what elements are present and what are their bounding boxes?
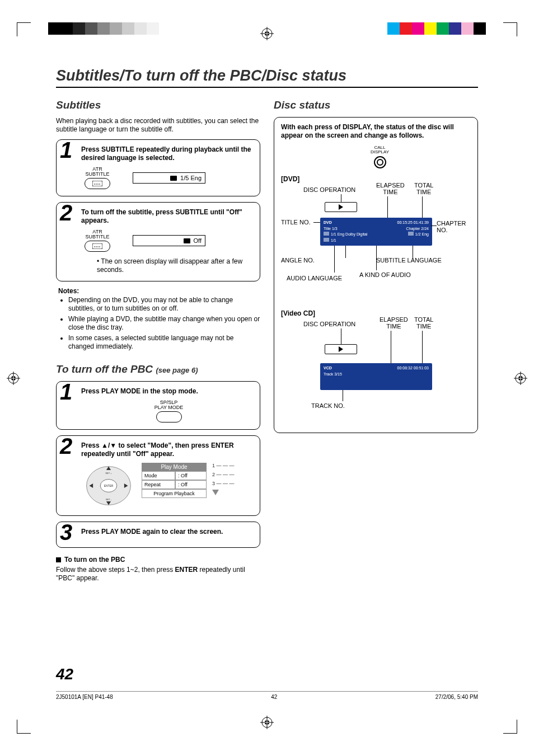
turn-on-pbc-heading: To turn on the PBC bbox=[64, 556, 125, 564]
step-text: Press SUBTITLE repeatedly during playbac… bbox=[81, 145, 253, 162]
step-number: 2 bbox=[60, 435, 72, 457]
notes-heading: Notes: bbox=[58, 287, 260, 295]
vcd-osd-readout: VCD00:08:32 00:51:03 Track 3/15 bbox=[320, 363, 432, 390]
registration-mark-icon bbox=[514, 372, 527, 385]
step-text: Press PLAY MODE in the stop mode. bbox=[81, 387, 253, 396]
turn-on-pbc-section: To turn on the PBC Follow the above step… bbox=[56, 556, 260, 583]
step-note: • The on screen display will disappear a… bbox=[97, 257, 253, 274]
note-item: In some cases, a selected subtitle langu… bbox=[68, 334, 260, 351]
dvd-diagram: DISC OPERATION ELAPSED TIME TOTAL TIME D… bbox=[281, 186, 471, 298]
svg-point-32 bbox=[97, 246, 99, 247]
turn-on-pbc-body: Follow the above steps 1~2, then press E… bbox=[56, 566, 260, 583]
step-text: Press PLAY MODE again to clear the scree… bbox=[81, 528, 253, 536]
step-text: Press ▲/▼ to select "Mode", then press E… bbox=[81, 442, 253, 458]
disc-status-lead: With each press of DISPLAY, the status o… bbox=[281, 123, 471, 140]
note-item: Depending on the DVD, you may not be abl… bbox=[68, 296, 260, 313]
step-number: 3 bbox=[60, 521, 72, 543]
svg-point-31 bbox=[96, 246, 97, 247]
disc-status-heading: Disc status bbox=[274, 99, 478, 111]
scroll-down-icon bbox=[212, 490, 219, 495]
cc-dots-icon bbox=[92, 243, 102, 249]
vcd-subhead: [Video CD] bbox=[281, 309, 471, 317]
vcd-diagram: DISC OPERATION ELAPSED TIME TOTAL TIME V… bbox=[281, 321, 471, 416]
cc-icon bbox=[184, 238, 190, 243]
playmode-osd-panel: Play Mode Mode: Off Repeat: Off Program … bbox=[142, 463, 207, 498]
svg-point-26 bbox=[96, 184, 97, 185]
svg-text:SET -: SET - bbox=[106, 498, 112, 501]
print-footer: 2J50101A [EN] P41-48 42 27/2/06, 5:40 PM bbox=[56, 691, 478, 700]
subtitles-intro: When playing back a disc recorded with s… bbox=[56, 117, 260, 134]
right-column: Disc status With each press of DISPLAY, … bbox=[274, 96, 478, 583]
grayscale-bar bbox=[48, 22, 171, 35]
display-button-icon: CALL DISPLAY bbox=[289, 145, 471, 168]
subtitle-button-icon: ATR SUBTITLE bbox=[85, 167, 110, 189]
osd-subtitle-readout: Off bbox=[133, 235, 205, 246]
svg-rect-24 bbox=[92, 181, 102, 186]
disc-status-panel: With each press of DISPLAY, the status o… bbox=[274, 117, 478, 433]
cc-dots-icon bbox=[92, 181, 102, 186]
step-number: 1 bbox=[60, 139, 72, 161]
page-content: Subtitles/To turn off the PBC/Disc statu… bbox=[56, 67, 478, 583]
pbc-heading: To turn off the PBC (see page 6) bbox=[56, 363, 260, 375]
page-title: Subtitles/To turn off the PBC/Disc statu… bbox=[56, 67, 478, 88]
subtitles-heading: Subtitles bbox=[56, 99, 260, 111]
svg-rect-29 bbox=[92, 243, 102, 249]
svg-point-27 bbox=[97, 184, 99, 185]
subtitle-button-icon: ATR SUBTITLE bbox=[85, 229, 110, 252]
note-item: While playing a DVD, the subtitle may ch… bbox=[68, 315, 260, 332]
square-bullet-icon bbox=[56, 557, 61, 562]
step-number: 2 bbox=[60, 201, 72, 224]
registration-mark-icon bbox=[7, 372, 20, 385]
play-icon bbox=[325, 202, 357, 212]
play-icon bbox=[325, 344, 357, 354]
playmode-button-icon: SP/SLP PLAY MODE bbox=[85, 400, 253, 422]
pbc-step-2: 2 Press ▲/▼ to select "Mode", then press… bbox=[56, 435, 260, 516]
svg-marker-43 bbox=[212, 490, 219, 495]
playmode-program-list: 1 — — — 2 — — — 3 — — — bbox=[212, 463, 235, 496]
registration-mark-icon bbox=[260, 27, 274, 40]
step-number: 1 bbox=[60, 381, 72, 403]
registration-mark-icon bbox=[260, 716, 274, 729]
page-number: 42 bbox=[56, 665, 73, 683]
left-column: Subtitles When playing back a disc recor… bbox=[56, 96, 260, 583]
subtitles-step-1: 1 Press SUBTITLE repeatedly during playb… bbox=[56, 139, 260, 196]
step-text: To turn off the subtitle, press SUBTITLE… bbox=[81, 208, 253, 225]
osd-subtitle-readout: 1/5 Eng bbox=[133, 172, 205, 184]
svg-point-25 bbox=[94, 184, 95, 185]
svg-text:SET +: SET + bbox=[105, 472, 112, 475]
color-bar bbox=[387, 22, 486, 35]
footer-date: 27/2/06, 5:40 PM bbox=[435, 694, 478, 700]
pbc-step-3: 3 Press PLAY MODE again to clear the scr… bbox=[56, 522, 260, 548]
svg-point-28 bbox=[99, 184, 100, 185]
nav-pad-icon: ENTER SET + SET - bbox=[86, 463, 132, 509]
footer-page: 42 bbox=[271, 694, 277, 700]
svg-point-33 bbox=[99, 246, 100, 247]
subtitles-step-2: 2 To turn off the subtitle, press SUBTIT… bbox=[56, 202, 260, 281]
dvd-osd-readout: DVD00:15:25 01:41:39 Title 1/3Chapter 2/… bbox=[320, 218, 432, 246]
footer-file: 2J50101A [EN] P41-48 bbox=[56, 694, 113, 700]
cc-icon bbox=[170, 176, 177, 181]
pbc-step-1: 1 Press PLAY MODE in the stop mode. SP/S… bbox=[56, 381, 260, 430]
svg-text:ENTER: ENTER bbox=[104, 485, 114, 487]
svg-point-30 bbox=[94, 246, 95, 247]
notes-list: Depending on the DVD, you may not be abl… bbox=[68, 296, 260, 351]
